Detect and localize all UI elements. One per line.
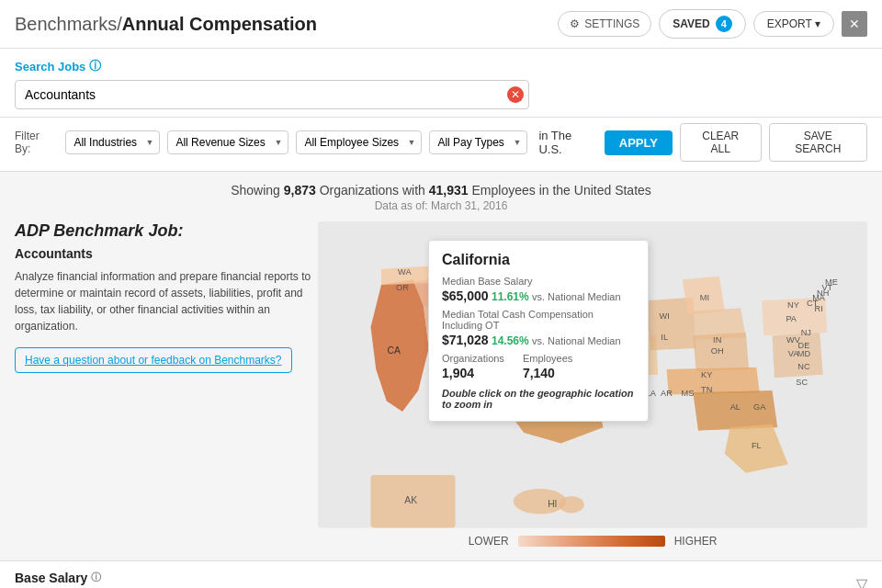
salary-section: Base Salary ⓘ Data as of : March 31, 201… (0, 560, 882, 589)
svg-text:AL: AL (730, 402, 741, 412)
tooltip-total-value: $71,028 (442, 333, 489, 347)
svg-text:ME: ME (825, 277, 838, 287)
employee-select[interactable]: All Employee Sizes (296, 130, 422, 154)
svg-text:MS: MS (682, 389, 695, 398)
salary-info-icon: ⓘ (91, 571, 101, 584)
gear-icon: ⚙ (570, 17, 580, 30)
employee-select-wrap: All Employee Sizes (296, 130, 422, 154)
saved-button[interactable]: SAVED 4 (659, 9, 745, 39)
map-legend: LOWER HIGHER (318, 535, 867, 551)
svg-text:NJ: NJ (801, 328, 811, 337)
legend-higher: HIGHER (674, 535, 718, 548)
header: Benchmarks/Annual Compensation ⚙ SETTING… (0, 0, 882, 49)
content-area: ADP Benchmark Job: Accountants Analyze f… (0, 212, 882, 560)
revenue-select-wrap: All Revenue Sizes (167, 130, 288, 154)
svg-point-3 (559, 496, 584, 513)
benchmark-job-name: Accountants (15, 246, 318, 261)
emp-count: 41,931 (429, 183, 469, 198)
tooltip-note: Double click on the geographic location … (442, 388, 635, 410)
svg-text:MI: MI (700, 293, 709, 302)
tooltip-base-pct: 11.61% (492, 290, 529, 303)
title-main: Annual Compensation (122, 14, 317, 34)
industry-select-wrap: All Industries (65, 130, 160, 154)
filter-row: Filter By: All Industries All Revenue Si… (0, 118, 882, 172)
svg-text:PA: PA (786, 314, 797, 323)
tooltip-orgs: Organizations 1,904 (442, 353, 504, 380)
stats-text: Showing 9,873 Organizations with 41,931 … (0, 183, 882, 198)
svg-text:AR: AR (661, 389, 673, 398)
svg-text:OR: OR (396, 283, 409, 292)
svg-text:OH: OH (711, 346, 724, 356)
clear-all-button[interactable]: CLEAR ALL (680, 123, 762, 162)
salary-expand-btn[interactable]: ▽ (856, 575, 867, 588)
benchmark-title: ADP Benchmark Job: (15, 221, 318, 241)
clear-input-button[interactable]: ✕ (507, 86, 524, 103)
stats-line: Showing 9,873 Organizations with 41,931 … (0, 172, 882, 199)
svg-text:GA: GA (753, 402, 766, 412)
svg-text:FL: FL (752, 441, 762, 450)
svg-text:CA: CA (388, 345, 401, 356)
tooltip-grid: Organizations 1,904 Employees 7,140 (442, 353, 635, 380)
tooltip-median-total: Median Total Cash Compensation Including… (442, 309, 635, 347)
svg-text:WA: WA (398, 267, 412, 277)
paytype-select[interactable]: All Pay Types (429, 130, 527, 154)
svg-text:HI: HI (548, 499, 557, 509)
map-tooltip: California Median Base Salary $65,000 11… (428, 240, 649, 422)
salary-title: Base Salary ⓘ (15, 571, 140, 585)
in-label: in The U.S. (538, 129, 593, 156)
settings-button[interactable]: ⚙ SETTINGS (558, 11, 651, 37)
legend-bar (518, 536, 665, 547)
feedback-link[interactable]: Have a question about or feedback on Ben… (15, 347, 292, 373)
map-area: CA OR WA NV AZ MT ND SD WY CO NM TX KS N… (318, 221, 867, 551)
tooltip-emp-value: 7,140 (523, 366, 572, 380)
svg-text:WV: WV (786, 335, 801, 345)
search-input[interactable] (15, 80, 529, 109)
orgs-count: 9,873 (284, 183, 316, 198)
svg-text:VA: VA (788, 349, 799, 358)
tooltip-total-pct: 14.56% (492, 334, 529, 347)
salary-header: Base Salary ⓘ Data as of : March 31, 201… (15, 571, 867, 589)
svg-text:NC: NC (797, 362, 810, 371)
info-icon: ⓘ (89, 58, 101, 74)
saved-badge: 4 (716, 16, 732, 32)
close-button[interactable]: ✕ (842, 11, 867, 37)
tooltip-orgs-value: 1,904 (442, 366, 504, 380)
svg-text:IN: IN (713, 335, 721, 345)
tooltip-state: California (442, 252, 635, 268)
title-prefix: Benchmarks/ (15, 14, 122, 34)
header-actions: ⚙ SETTINGS SAVED 4 EXPORT ▾ ✕ (558, 9, 867, 39)
svg-text:KY: KY (701, 370, 712, 379)
left-panel: ADP Benchmark Job: Accountants Analyze f… (15, 221, 318, 551)
legend-lower: LOWER (469, 535, 509, 548)
tooltip-median-base: Median Base Salary $65,000 11.61% vs. Na… (442, 276, 635, 303)
svg-text:TN: TN (701, 385, 712, 394)
svg-text:MD: MD (797, 349, 811, 358)
search-bar: Search Jobs ⓘ ✕ (0, 49, 882, 118)
page-title: Benchmarks/Annual Compensation (15, 14, 317, 35)
benchmark-description: Analyze financial information and prepar… (15, 268, 318, 334)
svg-text:WI: WI (660, 311, 670, 321)
search-label: Search Jobs ⓘ (15, 58, 867, 74)
save-search-button[interactable]: SAVE SEARCH (769, 123, 867, 162)
svg-text:IL: IL (661, 333, 668, 342)
svg-text:NY: NY (787, 300, 799, 310)
revenue-select[interactable]: All Revenue Sizes (167, 130, 288, 154)
paytype-select-wrap: All Pay Types (429, 130, 527, 154)
search-input-wrap: ✕ (15, 80, 529, 109)
svg-text:AK: AK (404, 495, 417, 505)
saved-label: SAVED (673, 17, 709, 30)
svg-text:SC: SC (796, 378, 808, 387)
svg-text:RI: RI (815, 304, 823, 313)
close-icon: ✕ (849, 17, 860, 31)
svg-point-2 (514, 489, 567, 514)
apply-button[interactable]: APPLY (605, 130, 673, 155)
tooltip-employees: Employees 7,140 (523, 353, 572, 380)
stats-date: Data as of: March 31, 2016 (0, 199, 882, 212)
tooltip-base-value: $65,000 (442, 288, 489, 303)
filter-by-label: Filter By: (15, 130, 54, 155)
industry-select[interactable]: All Industries (65, 130, 160, 154)
export-button[interactable]: EXPORT ▾ (753, 11, 834, 37)
